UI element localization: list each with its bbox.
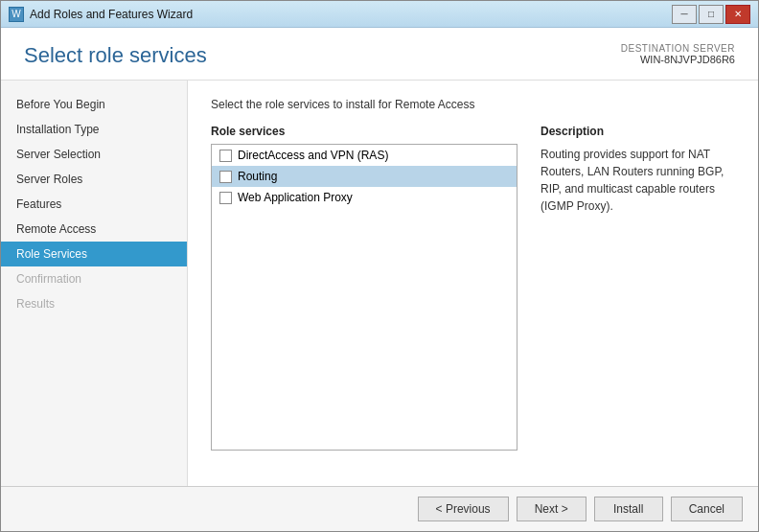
- footer: < Previous Next > Install Cancel: [1, 486, 758, 531]
- title-bar-left: W Add Roles and Features Wizard: [9, 7, 193, 22]
- instruction-text: Select the role services to install for …: [211, 98, 735, 111]
- service-item-web-app-proxy[interactable]: Web Application Proxy: [212, 187, 517, 208]
- description-header: Description: [540, 125, 735, 138]
- next-button[interactable]: Next >: [517, 497, 586, 521]
- previous-button[interactable]: < Previous: [418, 497, 509, 521]
- service-item-directaccess[interactable]: DirectAccess and VPN (RAS): [212, 145, 517, 166]
- install-button[interactable]: Install: [594, 497, 663, 521]
- cancel-button[interactable]: Cancel: [671, 497, 743, 521]
- role-services-panel: Role services DirectAccess and VPN (RAS)…: [211, 125, 518, 451]
- service-label-web-app-proxy: Web Application Proxy: [238, 191, 353, 204]
- sidebar-item-confirmation: Confirmation: [1, 266, 187, 291]
- main-body: Before You Begin Installation Type Serve…: [1, 81, 758, 486]
- description-text: Routing provides support for NAT Routers…: [540, 146, 735, 215]
- wizard-window: W Add Roles and Features Wizard ─ □ ✕ Se…: [0, 0, 759, 532]
- service-label-directaccess: DirectAccess and VPN (RAS): [238, 149, 388, 162]
- main-content: Select the role services to install for …: [188, 81, 758, 486]
- title-bar-buttons: ─ □ ✕: [672, 5, 750, 24]
- sidebar-item-server-roles[interactable]: Server Roles: [1, 167, 187, 192]
- sidebar-item-role-services[interactable]: Role Services: [1, 242, 187, 266]
- service-label-routing: Routing: [238, 170, 277, 183]
- close-button[interactable]: ✕: [725, 5, 750, 24]
- maximize-button[interactable]: □: [699, 5, 724, 24]
- checkbox-routing[interactable]: [219, 171, 232, 183]
- sidebar-item-remote-access[interactable]: Remote Access: [1, 217, 187, 242]
- checkbox-web-app-proxy[interactable]: [219, 192, 232, 204]
- sidebar-item-installation-type[interactable]: Installation Type: [1, 117, 187, 142]
- role-services-header: Role services: [211, 125, 518, 138]
- services-list: DirectAccess and VPN (RAS) Routing Web A…: [211, 144, 518, 451]
- app-icon: W: [9, 7, 24, 22]
- title-bar: W Add Roles and Features Wizard ─ □ ✕: [1, 1, 758, 28]
- sidebar-item-before-you-begin[interactable]: Before You Begin: [1, 92, 187, 117]
- destination-server: DESTINATION SERVER WIN-8NJVPJD86R6: [621, 43, 735, 65]
- service-item-routing[interactable]: Routing: [212, 166, 517, 187]
- checkbox-directaccess[interactable]: [219, 150, 232, 162]
- destination-label: DESTINATION SERVER: [621, 43, 735, 54]
- content-area: Select role services DESTINATION SERVER …: [1, 28, 758, 486]
- minimize-button[interactable]: ─: [672, 5, 697, 24]
- sidebar-item-server-selection[interactable]: Server Selection: [1, 142, 187, 167]
- sidebar-item-results: Results: [1, 291, 187, 316]
- role-services-container: Role services DirectAccess and VPN (RAS)…: [211, 125, 735, 451]
- description-panel: Description Routing provides support for…: [540, 125, 735, 215]
- page-title: Select role services: [24, 43, 207, 68]
- page-header: Select role services DESTINATION SERVER …: [1, 28, 758, 81]
- window-title: Add Roles and Features Wizard: [30, 8, 193, 21]
- sidebar-item-features[interactable]: Features: [1, 192, 187, 217]
- destination-name: WIN-8NJVPJD86R6: [621, 54, 735, 65]
- sidebar: Before You Begin Installation Type Serve…: [1, 81, 188, 486]
